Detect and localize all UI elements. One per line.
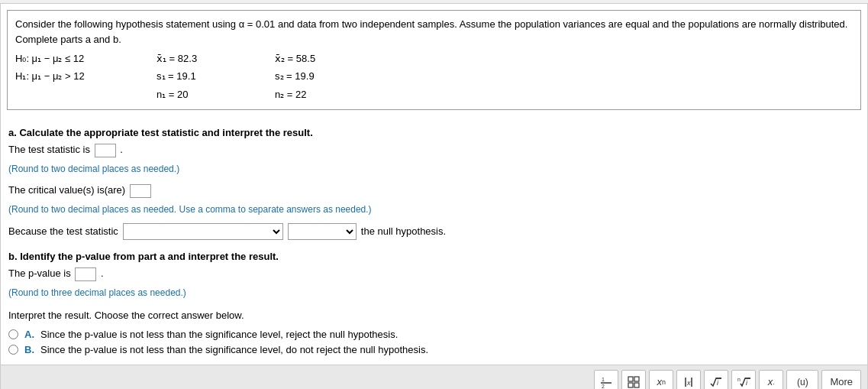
parentheses-button[interactable]: (u) [786,370,818,389]
superscript-button[interactable]: xn [649,370,673,389]
nth-root-button[interactable]: n i [731,370,756,389]
null-hypothesis-action-dropdown[interactable]: reject do not reject [288,223,357,240]
svg-text:i: i [717,379,719,387]
interpret-label: Interpret the result. Choose the correct… [8,308,860,324]
svg-rect-5 [628,383,633,387]
test-statistic-prefix: The test statistic is [8,144,90,155]
math-toolbar: 1 2 xn x [1,365,867,389]
part-b-title: b. Identify the p-value from part a and … [8,251,860,262]
n2-label: n₂ = 22 [275,86,393,103]
s1-label: s₁ = 19.1 [156,67,275,85]
critical-value-prefix: The critical value(s) is(are) [8,184,125,196]
svg-rect-6 [634,383,639,387]
intro-text: Consider the following hypothesis statem… [15,17,853,47]
subscript-button[interactable]: x. [759,370,783,389]
because-prefix: Because the test statistic [8,224,118,240]
svg-rect-3 [628,377,633,381]
matrix-button[interactable] [621,370,646,389]
pvalue-prefix: The p-value is [8,267,71,279]
svg-text:n: n [737,377,741,382]
x2-label: x̄₂ = 58.5 [275,50,393,67]
svg-text:1: 1 [602,377,605,382]
x1-label: x̄₁ = 82.3 [156,50,275,67]
more-button[interactable]: More [821,370,861,389]
test-statistic-input[interactable] [95,144,116,157]
sqrt-button[interactable]: i [704,370,728,389]
option-a-letter: A. [24,329,34,340]
svg-text:i: i [746,379,748,387]
option-b-radio[interactable] [8,345,18,355]
absolute-value-button[interactable]: x [676,370,701,389]
test-statistic-suffix: . [120,144,123,155]
s2-label: s₂ = 19.9 [275,67,393,85]
option-b-letter: B. [24,344,34,355]
option-a-text: Since the p-value is not less than the s… [40,329,398,340]
critical-value-input[interactable] [130,184,151,198]
test-statistic-comparison-dropdown[interactable]: is greater than is less than is equal to… [123,223,283,240]
fraction-button[interactable]: 1 2 [594,370,618,389]
pvalue-input[interactable] [75,267,96,281]
n1-label: n₁ = 20 [156,86,275,103]
part-a-title: a. Calculate the appropriate test statis… [8,127,860,138]
option-b-text: Since the p-value is not less than the s… [40,344,428,355]
null-hypothesis-suffix: the null hypothesis. [361,224,446,240]
svg-rect-4 [634,377,639,381]
test-statistic-round-note: (Round to two decimal places as needed.) [8,162,860,177]
pvalue-round-note: (Round to three decimal places as needed… [8,286,860,300]
option-a-radio[interactable] [8,329,18,339]
critical-round-note: (Round to two decimal places as needed. … [8,203,860,217]
svg-text:x: x [686,379,691,387]
pvalue-suffix: . [101,267,104,279]
svg-text:2: 2 [602,384,605,389]
h1-label: H₁: μ₁ − μ₂ > 12 [15,67,156,85]
h0-label: H₀: μ₁ − μ₂ ≤ 12 [15,50,156,67]
